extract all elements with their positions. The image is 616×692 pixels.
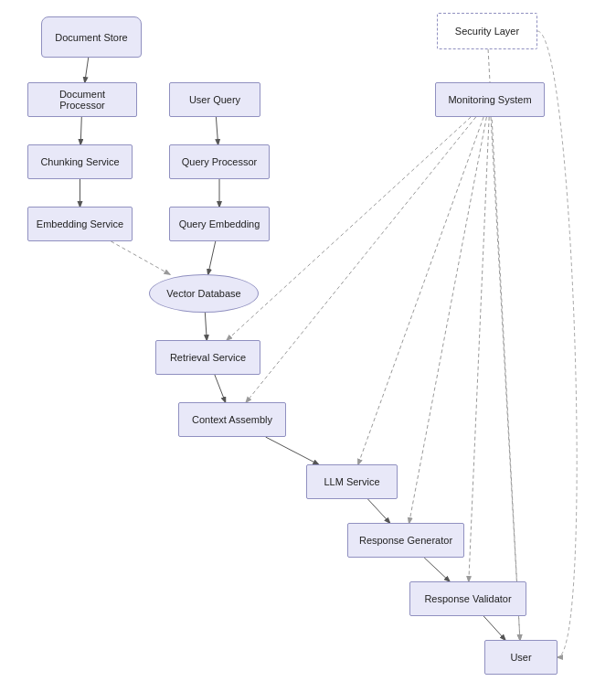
node-context-assembly: Context Assembly [178, 402, 286, 437]
node-llm-service: LLM Service [306, 464, 398, 499]
svg-line-19 [488, 49, 520, 640]
node-query-embed: Query Embedding [169, 207, 270, 241]
node-response-val: Response Validator [409, 581, 526, 616]
node-doc-processor: Document Processor [27, 82, 137, 117]
node-retrieval: Retrieval Service [155, 340, 260, 375]
svg-line-11 [424, 558, 450, 581]
diagram-container: Document StoreSecurity LayerDocument Pro… [0, 0, 616, 692]
node-user-query: User Query [169, 82, 260, 117]
svg-line-0 [85, 58, 89, 82]
node-query-proc: Query Processor [169, 144, 270, 179]
svg-line-12 [483, 616, 505, 640]
node-response-gen: Response Generator [347, 523, 464, 558]
svg-line-15 [358, 117, 483, 464]
svg-line-16 [409, 117, 487, 523]
svg-line-1 [80, 117, 81, 144]
node-embedding: Embedding Service [27, 207, 133, 241]
svg-line-10 [368, 499, 390, 523]
node-monitoring: Monitoring System [435, 82, 545, 117]
svg-line-6 [208, 241, 216, 274]
svg-line-7 [205, 313, 207, 340]
node-security-layer: Security Layer [437, 13, 537, 49]
node-chunking: Chunking Service [27, 144, 133, 179]
node-doc-store: Document Store [41, 16, 142, 58]
svg-line-9 [266, 437, 319, 464]
svg-line-17 [469, 117, 489, 581]
node-vector-db: Vector Database [149, 274, 259, 313]
svg-line-18 [491, 117, 520, 640]
svg-line-8 [215, 375, 226, 402]
svg-line-3 [111, 241, 169, 274]
node-user: User [484, 640, 558, 675]
svg-line-14 [246, 117, 475, 402]
svg-line-4 [216, 117, 218, 144]
